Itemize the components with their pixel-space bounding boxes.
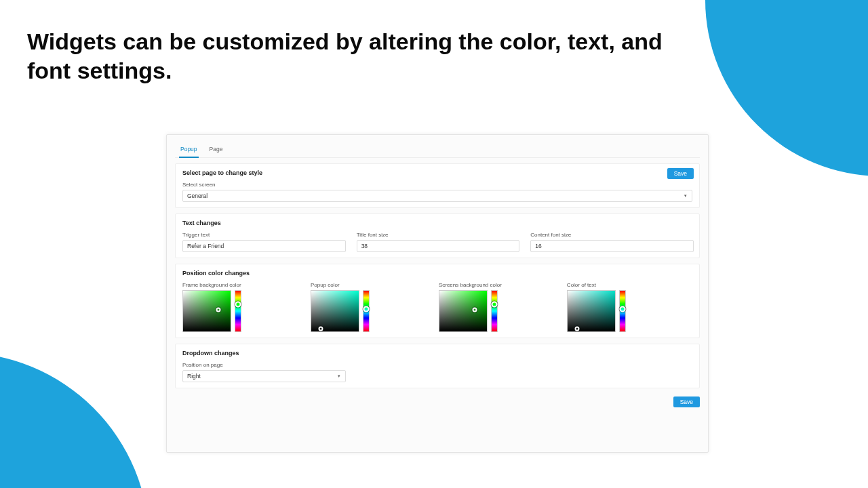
sv-indicator[interactable] [216,308,221,312]
frame-bg-color-picker[interactable] [182,290,300,332]
select-screen-dropdown[interactable]: General [182,190,692,202]
hue-slider[interactable] [235,290,241,332]
position-on-page-dropdown[interactable]: Right [182,370,346,382]
text-color-label: Color of text [567,282,684,288]
content-font-size-input[interactable] [530,240,694,252]
save-button-top[interactable]: Save [667,168,694,179]
sv-indicator[interactable] [318,327,323,331]
title-font-size-label: Title font size [357,232,520,238]
select-page-title: Select page to change style [182,169,692,176]
hue-indicator[interactable] [235,301,241,307]
hue-slider[interactable] [491,290,498,332]
hue-indicator[interactable] [363,306,369,312]
select-screen-label: Select screen [182,182,692,188]
frame-bg-color-label: Frame background color [182,282,300,288]
sv-panel[interactable] [439,290,488,332]
trigger-text-label: Trigger text [182,232,346,238]
section-text-changes: Text changes Trigger text Title font siz… [175,214,700,258]
text-changes-title: Text changes [182,220,692,226]
title-font-size-input[interactable] [357,240,520,252]
content-font-size-label: Content font size [530,232,694,238]
hue-indicator[interactable] [619,306,625,312]
dropdown-changes-title: Dropdown changes [182,350,692,357]
sv-indicator[interactable] [574,327,579,331]
sv-panel[interactable] [182,290,231,332]
page-headline: Widgets can be customized by altering th… [27,27,665,85]
sv-panel[interactable] [311,290,359,332]
hue-slider[interactable] [619,290,626,332]
text-color-picker[interactable] [567,290,684,332]
section-color-changes: Position color changes Frame background … [175,264,700,338]
color-changes-title: Position color changes [182,270,692,277]
tab-page[interactable]: Page [208,143,224,157]
screens-bg-color-picker[interactable] [439,290,556,332]
section-select-page: Select page to change style Save Select … [175,163,700,208]
trigger-text-input[interactable] [182,240,346,252]
section-dropdown-changes: Dropdown changes Position on page Right [175,344,700,388]
position-on-page-label: Position on page [182,362,346,368]
hue-slider[interactable] [363,290,370,332]
sv-panel[interactable] [567,290,616,332]
settings-panel: Popup Page Select page to change style S… [166,134,709,453]
save-button-bottom[interactable]: Save [673,396,700,407]
screens-bg-color-label: Screens background color [439,282,556,288]
hue-indicator[interactable] [491,301,497,307]
popup-color-label: Popup color [311,282,428,288]
popup-color-picker[interactable] [311,290,428,332]
tab-popup[interactable]: Popup [179,143,199,158]
sv-indicator[interactable] [472,308,477,312]
tab-bar: Popup Page [175,142,700,158]
